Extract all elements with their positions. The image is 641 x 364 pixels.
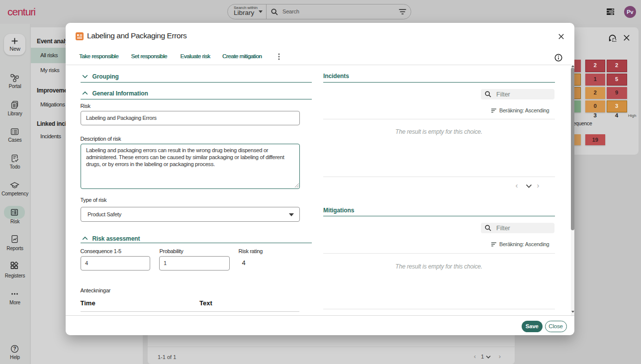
svg-text:?: ? — [13, 346, 16, 352]
